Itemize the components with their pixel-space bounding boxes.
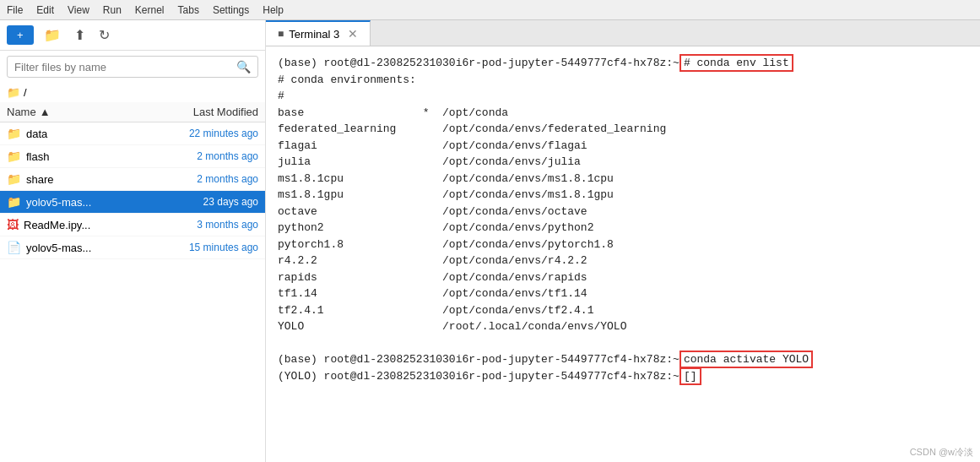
cmd-prefix-2: (base) root@dl-230825231030i6r-pod-jupyt…: [278, 353, 680, 366]
breadcrumb-path: /: [24, 86, 27, 99]
modified-date: 23 days ago: [149, 196, 258, 208]
menu-bar: File Edit View Run Kernel Tabs Settings …: [0, 0, 980, 20]
new-button[interactable]: +: [7, 25, 34, 45]
file-row-data[interactable]: 📁 data 22 minutes ago: [0, 122, 265, 145]
folder-icon: 📁: [7, 149, 21, 163]
refresh-button[interactable]: ↻: [95, 25, 113, 45]
upload-icon: ⬆: [74, 27, 85, 43]
main-content: + 📁 ⬆ ↻ 🔍 📁 / Name ▲: [0, 20, 980, 462]
cmd-highlight-1: # conda env list: [680, 54, 793, 72]
file-name: ReadMe.ipy...: [24, 219, 149, 231]
upload-button[interactable]: ⬆: [71, 25, 89, 45]
watermark: CSDN @w冷淡: [910, 446, 973, 459]
breadcrumb: 📁 /: [0, 83, 265, 102]
menu-settings[interactable]: Settings: [213, 4, 249, 16]
cmd-prefix-3: (YOLO) root@dl-230825231030i6r-pod-jupyt…: [278, 370, 680, 383]
file-row-yolov5-mas2[interactable]: 📄 yolov5-mas... 15 minutes ago: [0, 236, 265, 259]
close-icon[interactable]: ✕: [348, 27, 358, 41]
search-box: 🔍: [7, 56, 258, 78]
col-modified-header[interactable]: Last Modified: [149, 106, 258, 118]
file-name: flash: [26, 150, 149, 163]
modified-date: 15 minutes ago: [149, 242, 258, 253]
file-toolbar: + 📁 ⬆ ↻: [0, 20, 265, 51]
file-row-flash[interactable]: 📁 flash 2 months ago: [0, 145, 265, 168]
search-icon: 🔍: [236, 60, 251, 73]
tab-bar: ■ Terminal 3 ✕: [266, 20, 980, 46]
file-row-share[interactable]: 📁 share 2 months ago: [0, 168, 265, 191]
cmd-prefix-1: (base) root@dl-230825231030i6r-pod-jupyt…: [278, 57, 680, 69]
terminal-icon: ■: [278, 28, 284, 40]
menu-run[interactable]: Run: [103, 4, 122, 16]
menu-view[interactable]: View: [68, 4, 89, 16]
folder-icon: 📁: [44, 27, 61, 43]
file-name: data: [26, 128, 149, 140]
file-table-header: Name ▲ Last Modified: [0, 102, 265, 122]
col-name-header[interactable]: Name ▲: [7, 106, 149, 118]
folder-breadcrumb-icon: 📁: [7, 86, 20, 99]
modified-date: 22 minutes ago: [149, 128, 258, 139]
folder-icon-btn[interactable]: 📁: [41, 25, 64, 45]
file-icon: 📄: [7, 241, 21, 254]
image-icon: 🖼: [7, 218, 19, 231]
modified-date: 2 months ago: [149, 150, 258, 162]
terminal-tab[interactable]: ■ Terminal 3 ✕: [266, 20, 371, 46]
folder-icon: 📁: [7, 127, 21, 140]
file-row-yolov5-mas[interactable]: 📁 yolov5-mas... 23 days ago: [0, 191, 265, 214]
folder-icon: 📁: [7, 195, 21, 209]
refresh-icon: ↻: [99, 27, 110, 43]
cmd-highlight-2: conda activate YOLO: [680, 351, 813, 368]
file-name: share: [26, 173, 149, 186]
terminal-area: ■ Terminal 3 ✕ (base) root@dl-2308252310…: [266, 20, 980, 462]
tab-label: Terminal 3: [289, 28, 339, 41]
plus-icon: +: [17, 29, 24, 41]
modified-date: 3 months ago: [149, 219, 258, 231]
terminal-content[interactable]: (base) root@dl-230825231030i6r-pod-jupyt…: [266, 46, 980, 462]
file-name: yolov5-mas...: [26, 196, 149, 209]
menu-tabs[interactable]: Tabs: [178, 4, 199, 16]
modified-date: 2 months ago: [149, 173, 258, 185]
file-row-readme[interactable]: 🖼 ReadMe.ipy... 3 months ago: [0, 214, 265, 236]
file-name: yolov5-mas...: [26, 242, 149, 254]
menu-kernel[interactable]: Kernel: [135, 4, 165, 16]
menu-help[interactable]: Help: [263, 4, 284, 16]
menu-file[interactable]: File: [7, 4, 23, 16]
file-table: 📁 data 22 minutes ago 📁 flash 2 months a…: [0, 122, 265, 462]
folder-icon: 📁: [7, 172, 21, 186]
file-browser: + 📁 ⬆ ↻ 🔍 📁 / Name ▲: [0, 20, 266, 462]
menu-edit[interactable]: Edit: [36, 4, 54, 16]
search-input[interactable]: [14, 61, 236, 73]
cursor-highlight: []: [680, 367, 701, 385]
sort-icon: ▲: [40, 106, 51, 118]
